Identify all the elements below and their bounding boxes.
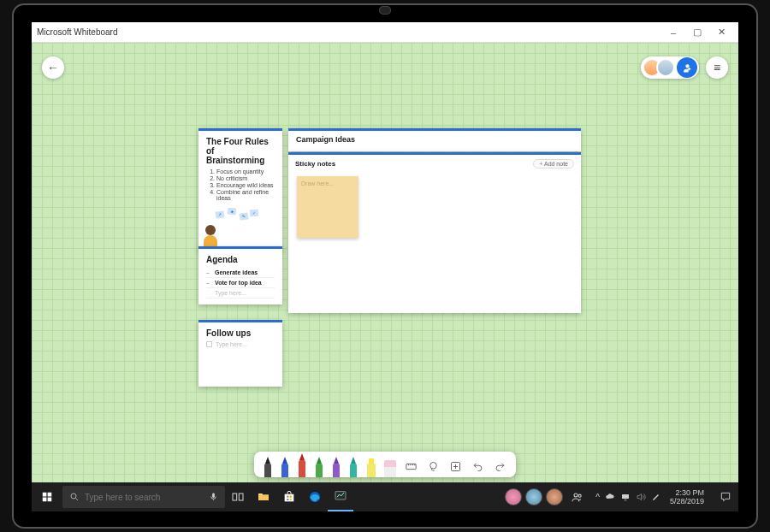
pen-blue[interactable] bbox=[280, 457, 290, 477]
file-explorer-icon[interactable] bbox=[251, 482, 276, 511]
action-center-button[interactable] bbox=[713, 482, 738, 511]
back-arrow-icon: ← bbox=[47, 61, 59, 74]
svg-rect-7 bbox=[285, 494, 294, 502]
agenda-item[interactable]: Vote for top idea bbox=[206, 278, 275, 288]
window-titlebar: Microsoft Whiteboard – ▢ ✕ bbox=[32, 22, 738, 43]
agenda-placeholder[interactable]: Type here... bbox=[206, 288, 275, 299]
rules-list: Focus on quantity No criticism Encourage… bbox=[206, 168, 275, 201]
svg-point-14 bbox=[574, 494, 578, 497]
brainstorm-illustration: ↗ ★ ✎ ✓ bbox=[198, 208, 282, 251]
campaign-title: Campaign Ideas bbox=[296, 135, 573, 144]
clock-time: 2:30 PM bbox=[670, 488, 704, 497]
system-tray[interactable]: ^ 2:30 PM 5/28/2019 bbox=[590, 488, 713, 505]
tablet-camera bbox=[379, 6, 391, 15]
svg-rect-11 bbox=[290, 499, 292, 500]
person-add-icon bbox=[682, 62, 693, 74]
taskbar-contact-avatar[interactable] bbox=[546, 488, 563, 505]
minimize-button[interactable]: – bbox=[661, 27, 685, 38]
agenda-title: Agenda bbox=[206, 255, 275, 264]
start-button[interactable] bbox=[32, 482, 62, 511]
search-icon bbox=[69, 492, 80, 502]
app-title: Microsoft Whiteboard bbox=[37, 27, 117, 37]
pen-green[interactable] bbox=[314, 457, 324, 477]
windows-logo-icon bbox=[41, 491, 53, 503]
close-button[interactable]: ✕ bbox=[709, 27, 733, 38]
ruler-tool[interactable] bbox=[403, 458, 418, 474]
add-participant-button[interactable] bbox=[677, 57, 697, 78]
hamburger-icon: ≡ bbox=[714, 61, 720, 74]
add-note-button[interactable]: Add note bbox=[533, 159, 574, 168]
rules-card[interactable]: The Four Rules of Brainstorming Focus on… bbox=[198, 128, 282, 251]
pen-black[interactable] bbox=[263, 457, 273, 477]
microsoft-store-icon[interactable] bbox=[276, 482, 302, 511]
redo-button[interactable] bbox=[492, 458, 507, 474]
svg-rect-4 bbox=[212, 493, 215, 498]
followups-card[interactable]: Follow ups Type here... bbox=[198, 320, 282, 387]
windows-taskbar: ^ 2:30 PM 5/28/2019 bbox=[32, 482, 738, 511]
agenda-card[interactable]: Agenda Generate ideas Vote for top idea … bbox=[198, 246, 282, 304]
followups-placeholder: Type here... bbox=[216, 341, 247, 347]
svg-rect-9 bbox=[290, 496, 292, 498]
taskbar-contact-avatar[interactable] bbox=[525, 488, 542, 505]
svg-point-3 bbox=[71, 494, 76, 499]
participant-avatar bbox=[656, 58, 675, 77]
followups-title: Follow ups bbox=[206, 328, 275, 338]
mic-icon[interactable] bbox=[209, 492, 218, 503]
back-button[interactable]: ← bbox=[42, 56, 64, 79]
settings-menu-button[interactable]: ≡ bbox=[706, 56, 728, 79]
rules-item: Encourage wild ideas bbox=[216, 182, 275, 188]
agenda-item[interactable]: Generate ideas bbox=[206, 268, 275, 278]
rules-item: No criticism bbox=[216, 175, 275, 181]
rules-item: Combine and refine ideas bbox=[216, 189, 275, 201]
whiteboard-canvas[interactable]: ← ≡ The Four Rules of Brainstorming Focu… bbox=[32, 43, 738, 482]
svg-rect-5 bbox=[233, 494, 237, 500]
sticky-note[interactable]: Draw here... bbox=[297, 176, 358, 238]
sticky-section-title: Sticky notes bbox=[295, 160, 335, 168]
pen-red-selected[interactable] bbox=[297, 453, 307, 477]
eraser[interactable] bbox=[384, 460, 396, 477]
taskbar-search[interactable] bbox=[62, 486, 225, 508]
onedrive-icon[interactable] bbox=[605, 492, 615, 502]
add-tool[interactable] bbox=[447, 458, 463, 474]
followups-placeholder-row[interactable]: Type here... bbox=[206, 341, 275, 347]
network-icon[interactable] bbox=[620, 492, 631, 502]
sticky-notes-card[interactable]: Sticky notes Add note Draw here... bbox=[288, 152, 581, 313]
taskbar-clock[interactable]: 2:30 PM 5/28/2019 bbox=[666, 488, 708, 505]
lasso-tool[interactable] bbox=[425, 458, 441, 474]
pen-teal[interactable] bbox=[348, 457, 358, 477]
participants-pill[interactable] bbox=[641, 56, 699, 79]
rules-title: The Four Rules of Brainstorming bbox=[206, 137, 275, 165]
taskbar-contact-avatar[interactable] bbox=[505, 488, 522, 505]
svg-rect-10 bbox=[287, 499, 288, 500]
people-button[interactable] bbox=[565, 482, 590, 511]
search-input[interactable] bbox=[85, 493, 204, 502]
whiteboard-app-icon[interactable] bbox=[328, 482, 353, 511]
volume-icon[interactable] bbox=[636, 492, 646, 502]
svg-rect-8 bbox=[287, 496, 288, 498]
pen-purple[interactable] bbox=[331, 457, 341, 477]
svg-rect-6 bbox=[239, 494, 243, 500]
task-view-button[interactable] bbox=[225, 482, 251, 511]
campaign-card[interactable]: Campaign Ideas bbox=[288, 128, 581, 151]
highlighter[interactable] bbox=[365, 458, 377, 477]
maximize-button[interactable]: ▢ bbox=[685, 27, 709, 38]
svg-point-15 bbox=[578, 494, 581, 497]
pen-input-icon[interactable] bbox=[651, 492, 661, 502]
edge-browser-icon[interactable] bbox=[302, 482, 328, 511]
sticky-placeholder: Draw here... bbox=[301, 180, 334, 186]
checkbox-icon[interactable] bbox=[206, 341, 212, 347]
undo-button[interactable] bbox=[470, 458, 485, 474]
svg-point-1 bbox=[429, 462, 436, 469]
pen-tray bbox=[254, 452, 516, 477]
svg-rect-16 bbox=[622, 494, 629, 499]
clock-date: 5/28/2019 bbox=[670, 497, 704, 505]
rules-item: Focus on quantity bbox=[216, 168, 275, 174]
tray-chevron-icon[interactable]: ^ bbox=[595, 493, 600, 502]
